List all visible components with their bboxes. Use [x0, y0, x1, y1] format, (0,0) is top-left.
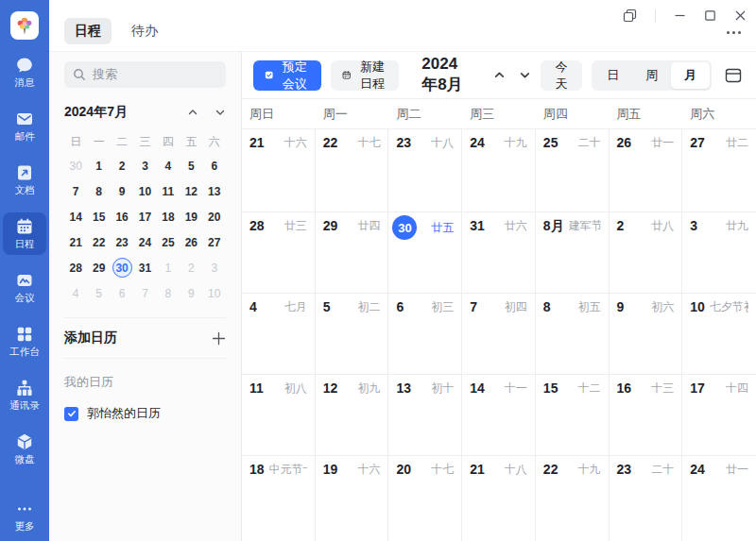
sidebar-item-meetings[interactable]: 会议 [3, 266, 46, 309]
mini-day[interactable]: 10 [203, 280, 226, 306]
day-cell[interactable]: 6初三 [388, 294, 462, 374]
day-cell[interactable]: 24十九 [462, 129, 536, 211]
mini-day[interactable]: 20 [203, 204, 226, 229]
mini-day[interactable]: 17 [133, 204, 156, 229]
day-cell[interactable]: 23十八 [388, 129, 462, 211]
mini-day[interactable]: 22 [87, 229, 110, 255]
day-cell[interactable]: 10七夕节初... [682, 294, 756, 374]
day-cell[interactable]: 27廿二 [682, 129, 756, 211]
close-button[interactable] [734, 9, 747, 22]
mini-day[interactable]: 24 [133, 229, 156, 255]
mini-day[interactable]: 23 [111, 229, 133, 255]
mini-next-month-button[interactable] [215, 107, 226, 118]
search-input[interactable]: 搜索 [64, 61, 226, 88]
mini-day[interactable]: 11 [157, 178, 180, 204]
sidebar-item-mail[interactable]: 邮件 [3, 105, 46, 147]
mini-day[interactable]: 31 [133, 255, 156, 280]
mini-day[interactable]: 2 [180, 255, 202, 280]
day-cell[interactable]: 28廿三 [242, 212, 316, 293]
add-calendar-button[interactable] [212, 331, 226, 346]
day-cell[interactable]: 22十七 [316, 129, 389, 211]
day-cell[interactable]: 19十六 [316, 456, 389, 541]
mini-day[interactable]: 19 [180, 204, 202, 229]
mini-day[interactable]: 28 [64, 255, 87, 280]
day-cell[interactable]: 4七月 [242, 294, 316, 374]
day-cell[interactable]: 3廿九 [682, 212, 756, 293]
mini-day-selected[interactable]: 30 [111, 255, 133, 280]
mini-day[interactable]: 12 [180, 178, 202, 204]
schedule-view-button[interactable] [721, 60, 745, 91]
day-cell[interactable]: 22十九 [536, 456, 610, 541]
book-meeting-button[interactable]: 预定会议 [253, 60, 321, 91]
sidebar-item-calendar[interactable]: 日程 [3, 212, 46, 255]
mini-day[interactable]: 5 [87, 280, 110, 306]
sidebar-item-drive[interactable]: 微盘 [3, 428, 46, 470]
tab-todo[interactable]: 待办 [121, 18, 168, 44]
sidebar-item-messages[interactable]: 消息 [3, 51, 46, 93]
view-day-option[interactable]: 日 [593, 62, 632, 89]
day-cell[interactable]: 9初六 [610, 294, 683, 374]
mini-day[interactable]: 4 [157, 153, 180, 178]
mini-day[interactable]: 8 [157, 280, 180, 306]
day-cell[interactable]: 17十四 [682, 375, 756, 455]
mini-day[interactable]: 3 [203, 255, 226, 280]
new-event-button[interactable]: 新建日程 [331, 60, 399, 91]
day-cell[interactable]: 7初四 [462, 294, 536, 374]
calendar-list-item[interactable]: 郭怡然的日历 [64, 405, 226, 422]
mini-day[interactable]: 1 [157, 255, 180, 280]
day-cell[interactable]: 18中元节十... [242, 456, 316, 541]
sidebar-item-workbench[interactable]: 工作台 [3, 320, 46, 363]
prev-month-button[interactable] [493, 69, 506, 81]
day-cell[interactable]: 21十六 [242, 129, 316, 211]
mini-day[interactable]: 18 [157, 204, 180, 229]
day-cell[interactable]: 23二十 [610, 456, 683, 541]
day-cell[interactable]: 31廿六 [462, 212, 536, 293]
mini-day[interactable]: 4 [64, 280, 87, 306]
minimize-button[interactable] [674, 9, 686, 22]
day-cell[interactable]: 12初九 [316, 375, 389, 455]
mini-day[interactable]: 1 [87, 153, 110, 178]
day-cell[interactable]: 26廿一 [610, 129, 683, 211]
view-week-option[interactable]: 周 [632, 62, 671, 89]
day-cell[interactable]: 21十八 [462, 456, 536, 541]
sidebar-item-docs[interactable]: 文档 [3, 159, 46, 201]
mini-day[interactable]: 13 [203, 178, 226, 204]
mini-day[interactable]: 14 [64, 204, 87, 229]
mini-day[interactable]: 15 [87, 204, 110, 229]
calendar-checkbox[interactable] [64, 407, 78, 421]
mini-day[interactable]: 5 [180, 153, 202, 178]
day-cell[interactable]: 24廿一 [682, 456, 756, 541]
mini-day[interactable]: 30 [64, 153, 87, 178]
day-cell[interactable]: 11初八 [242, 375, 316, 455]
mini-day[interactable]: 16 [111, 204, 133, 229]
popout-button[interactable] [623, 8, 637, 23]
sidebar-item-more[interactable]: 更多 [3, 495, 46, 537]
view-month-option[interactable]: 月 [671, 62, 710, 89]
next-month-button[interactable] [519, 69, 531, 81]
mini-day[interactable]: 21 [64, 229, 87, 255]
day-cell-today[interactable]: 30廿五 [388, 212, 462, 293]
day-cell[interactable]: 25二十 [536, 129, 610, 211]
day-cell[interactable]: 29廿四 [316, 212, 389, 293]
mini-day[interactable]: 6 [111, 280, 133, 306]
mini-day[interactable]: 27 [203, 229, 226, 255]
mini-day[interactable]: 25 [157, 229, 180, 255]
mini-day[interactable]: 9 [180, 280, 202, 306]
mini-day[interactable]: 29 [87, 255, 110, 280]
day-cell[interactable]: 8初五 [536, 294, 610, 374]
mini-prev-month-button[interactable] [187, 107, 198, 118]
avatar[interactable] [10, 11, 39, 40]
mini-day[interactable]: 6 [203, 153, 226, 178]
day-cell[interactable]: 15十二 [536, 375, 610, 455]
day-cell[interactable]: 20十七 [388, 456, 462, 541]
day-cell[interactable]: 2廿八 [610, 212, 683, 293]
sidebar-item-contacts[interactable]: 通讯录 [3, 374, 46, 416]
mini-day[interactable]: 2 [111, 153, 133, 178]
mini-day[interactable]: 8 [87, 178, 110, 204]
mini-day[interactable]: 7 [64, 178, 87, 204]
tab-schedule[interactable]: 日程 [64, 18, 112, 44]
day-cell[interactable]: 5初二 [316, 294, 389, 374]
mini-day[interactable]: 26 [180, 229, 202, 255]
maximize-button[interactable] [704, 9, 716, 22]
mini-day[interactable]: 9 [111, 178, 133, 204]
